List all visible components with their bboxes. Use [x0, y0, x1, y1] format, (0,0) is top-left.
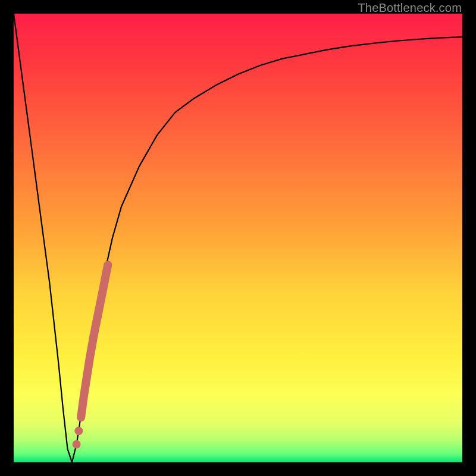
plot-area — [14, 14, 462, 462]
marker-dot — [73, 440, 81, 449]
chart-frame: TheBottleneck.com — [0, 0, 476, 476]
chart-svg — [14, 14, 462, 462]
watermark: TheBottleneck.com — [358, 1, 462, 15]
marker-dot — [74, 427, 83, 435]
